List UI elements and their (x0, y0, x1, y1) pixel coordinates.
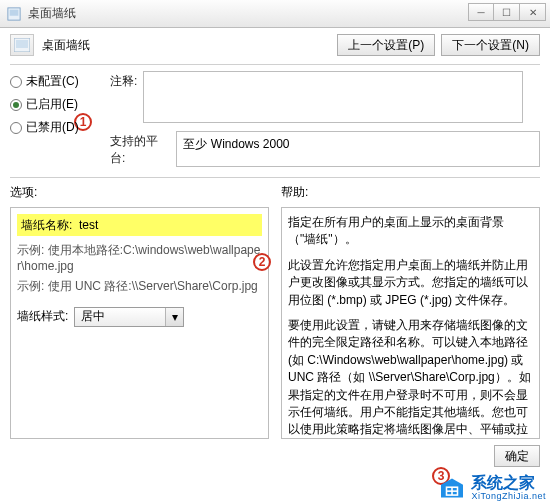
example-local-path: 示例: 使用本地路径:C:\windows\web\wallpaper\home… (17, 242, 262, 274)
svg-rect-6 (448, 488, 452, 490)
wallpaper-name-label: 墙纸名称: (21, 217, 79, 234)
wallpaper-style-label: 墙纸样式: (17, 308, 68, 325)
radio-dot-icon (10, 76, 22, 88)
app-icon (6, 6, 22, 22)
notes-textarea[interactable] (143, 71, 523, 123)
example-unc-path: 示例: 使用 UNC 路径:\\Server\Share\Corp.jpg (17, 278, 262, 294)
svg-rect-8 (448, 492, 452, 494)
watermark-logo-icon (439, 477, 465, 499)
close-button[interactable]: ✕ (520, 3, 546, 21)
options-header: 选项: (10, 184, 269, 201)
svg-rect-1 (10, 9, 19, 15)
svg-rect-7 (453, 488, 457, 490)
platform-value: 至少 Windows 2000 (183, 135, 289, 151)
radio-enabled[interactable]: 已启用(E) (10, 96, 106, 113)
prev-setting-button[interactable]: 上一个设置(P) (337, 34, 435, 56)
wallpaper-name-row: 墙纸名称: (17, 214, 262, 236)
help-paragraph: 指定在所有用户的桌面上显示的桌面背景（"墙纸"）。 (288, 214, 531, 249)
watermark: 系统之家 XiTongZhiJia.net (439, 475, 546, 501)
radio-enabled-label: 已启用(E) (26, 96, 78, 113)
wallpaper-name-input[interactable] (79, 218, 258, 232)
svg-marker-4 (441, 479, 463, 498)
svg-rect-5 (446, 486, 459, 495)
window-title: 桌面墙纸 (28, 5, 76, 22)
options-panel: 墙纸名称: 示例: 使用本地路径:C:\windows\web\wallpape… (10, 207, 269, 439)
radio-dot-icon (10, 122, 22, 134)
titlebar: 桌面墙纸 ─ ☐ ✕ (0, 0, 550, 28)
radio-disabled[interactable]: 已禁用(D) (10, 119, 106, 136)
radio-dot-selected-icon (10, 99, 22, 111)
platform-box: 至少 Windows 2000 (176, 131, 540, 167)
help-panel[interactable]: 指定在所有用户的桌面上显示的桌面背景（"墙纸"）。 此设置允许您指定用户桌面上的… (281, 207, 540, 439)
page-title: 桌面墙纸 (42, 37, 337, 54)
radio-disabled-label: 已禁用(D) (26, 119, 79, 136)
watermark-url: XiTongZhiJia.net (471, 491, 546, 501)
chevron-down-icon: ▾ (165, 308, 183, 326)
notes-label: 注释: (110, 71, 137, 90)
svg-rect-3 (16, 40, 28, 48)
watermark-brand: 系统之家 (471, 475, 546, 491)
radio-unconfigured-label: 未配置(C) (26, 73, 79, 90)
next-setting-button[interactable]: 下一个设置(N) (441, 34, 540, 56)
page-icon (10, 34, 34, 56)
help-header: 帮助: (281, 184, 540, 201)
ok-button[interactable]: 确定 (494, 445, 540, 467)
help-paragraph: 此设置允许您指定用户桌面上的墙纸并防止用户更改图像或其显示方式。您指定的墙纸可以… (288, 257, 531, 309)
help-paragraph: 要使用此设置，请键入用来存储墙纸图像的文件的完全限定路径和名称。可以键入本地路径… (288, 317, 531, 439)
wallpaper-style-value: 居中 (75, 308, 165, 325)
wallpaper-style-select[interactable]: 居中 ▾ (74, 307, 184, 327)
radio-unconfigured[interactable]: 未配置(C) (10, 73, 106, 90)
maximize-button[interactable]: ☐ (494, 3, 520, 21)
minimize-button[interactable]: ─ (468, 3, 494, 21)
platform-label: 支持的平台: (110, 131, 170, 167)
svg-rect-9 (453, 492, 457, 494)
